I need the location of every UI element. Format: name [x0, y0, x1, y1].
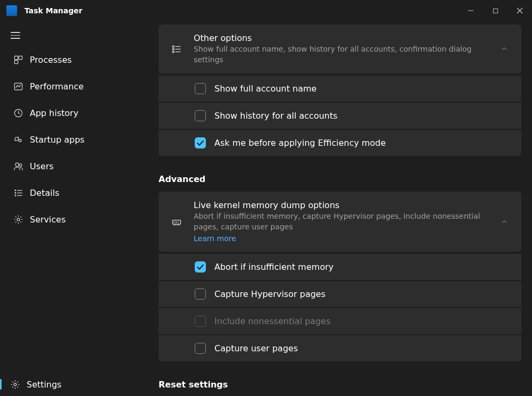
svg-point-15 — [15, 190, 16, 191]
checkbox[interactable] — [195, 261, 206, 273]
sidebar-item-app-history[interactable]: App history — [3, 103, 145, 124]
checkbox[interactable] — [195, 343, 206, 354]
details-icon — [11, 188, 26, 198]
sidebar-item-users[interactable]: Users — [3, 156, 145, 177]
option-include-nonessential-pages: Include nonessential pages — [159, 307, 521, 334]
window-controls — [459, 0, 532, 21]
chevron-up-icon — [498, 218, 511, 226]
svg-rect-1 — [493, 9, 497, 13]
reset-settings-heading: Reset settings — [159, 380, 521, 390]
maximize-button[interactable] — [483, 0, 508, 21]
option-label: Capture Hypervisor pages — [214, 289, 326, 299]
history-icon — [11, 108, 26, 118]
svg-line-12 — [18, 137, 19, 138]
sidebar-item-details[interactable]: Details — [3, 183, 145, 204]
svg-point-9 — [15, 137, 18, 141]
advanced-heading: Advanced — [159, 174, 521, 184]
sidebar-item-services[interactable]: Services — [3, 209, 145, 230]
checkbox[interactable] — [195, 288, 206, 300]
list-icon — [169, 44, 184, 54]
hamburger-button[interactable] — [0, 32, 149, 50]
option-show-history-all-accounts[interactable]: Show history for all accounts — [159, 102, 521, 129]
sidebar: Processes Performance App history Startu… — [0, 21, 149, 396]
processes-icon — [11, 55, 26, 65]
checkbox[interactable] — [195, 83, 206, 94]
app-icon — [6, 5, 17, 16]
gear-icon — [7, 380, 22, 390]
checkbox[interactable] — [195, 137, 206, 148]
option-capture-hypervisor-pages[interactable]: Capture Hypervisor pages — [159, 280, 521, 307]
option-label: Show history for all accounts — [214, 111, 337, 121]
svg-rect-6 — [14, 60, 18, 63]
svg-point-21 — [17, 218, 20, 221]
sidebar-item-label: Startup apps — [30, 135, 85, 145]
option-label: Ask me before applying Efficiency mode — [214, 138, 386, 148]
svg-point-14 — [19, 164, 22, 167]
option-show-full-account-name[interactable]: Show full account name — [159, 75, 521, 102]
kernel-dump-header[interactable]: Live kernel memory dump options Abort if… — [159, 192, 521, 252]
sidebar-item-performance[interactable]: Performance — [3, 76, 145, 97]
learn-more-link[interactable]: Learn more — [194, 234, 236, 243]
services-icon — [11, 214, 26, 225]
card-subtitle: Show full account name, show history for… — [194, 44, 498, 65]
main-content: Other options Show full account name, sh… — [149, 21, 532, 396]
sidebar-item-label: Processes — [30, 55, 72, 65]
svg-point-22 — [14, 383, 16, 386]
checkbox[interactable] — [195, 110, 206, 121]
checkbox — [195, 316, 206, 327]
card-title: Live kernel memory dump options — [194, 200, 498, 210]
svg-point-17 — [15, 193, 16, 194]
option-label: Include nonessential pages — [214, 316, 330, 326]
option-label: Show full account name — [214, 84, 317, 94]
chevron-up-icon — [498, 45, 511, 53]
option-label: Abort if insufficient memory — [214, 262, 334, 272]
performance-icon — [11, 81, 26, 92]
sidebar-item-settings[interactable]: Settings — [0, 373, 149, 396]
svg-rect-27 — [173, 51, 174, 53]
app-title: Task Manager — [24, 6, 82, 15]
svg-rect-5 — [19, 56, 22, 59]
option-label: Capture user pages — [214, 343, 298, 353]
svg-rect-25 — [173, 48, 174, 50]
svg-line-11 — [14, 140, 15, 141]
svg-point-13 — [15, 163, 18, 166]
option-abort-insufficient-memory[interactable]: Abort if insufficient memory — [159, 253, 521, 280]
startup-icon — [11, 135, 26, 145]
card-title: Other options — [194, 33, 498, 43]
sidebar-item-label: App history — [30, 108, 78, 118]
option-capture-user-pages[interactable]: Capture user pages — [159, 334, 521, 361]
memory-icon — [169, 217, 184, 227]
svg-rect-4 — [14, 56, 18, 59]
users-icon — [11, 161, 26, 171]
option-efficiency-mode-confirm[interactable]: Ask me before applying Efficiency mode — [159, 129, 521, 156]
sidebar-item-processes[interactable]: Processes — [3, 50, 145, 71]
titlebar: Task Manager — [0, 0, 532, 21]
sidebar-item-label: Details — [30, 188, 59, 198]
minimize-button[interactable] — [459, 0, 483, 21]
svg-point-10 — [19, 139, 21, 142]
svg-rect-23 — [173, 46, 174, 47]
other-options-header[interactable]: Other options Show full account name, sh… — [159, 24, 521, 73]
kernel-dump-group: Live kernel memory dump options Abort if… — [159, 192, 521, 361]
other-options-group: Other options Show full account name, sh… — [159, 24, 521, 156]
svg-point-19 — [15, 195, 16, 196]
close-button[interactable] — [508, 0, 532, 21]
sidebar-item-label: Performance — [30, 81, 84, 92]
svg-rect-29 — [173, 220, 181, 224]
card-subtitle: Abort if insufficient memory, capture Hy… — [194, 211, 498, 232]
sidebar-item-label: Settings — [27, 380, 62, 390]
nav-list: Processes Performance App history Startu… — [0, 50, 149, 230]
sidebar-item-startup-apps[interactable]: Startup apps — [3, 129, 145, 151]
sidebar-item-label: Users — [30, 161, 54, 171]
sidebar-item-label: Services — [30, 214, 65, 225]
